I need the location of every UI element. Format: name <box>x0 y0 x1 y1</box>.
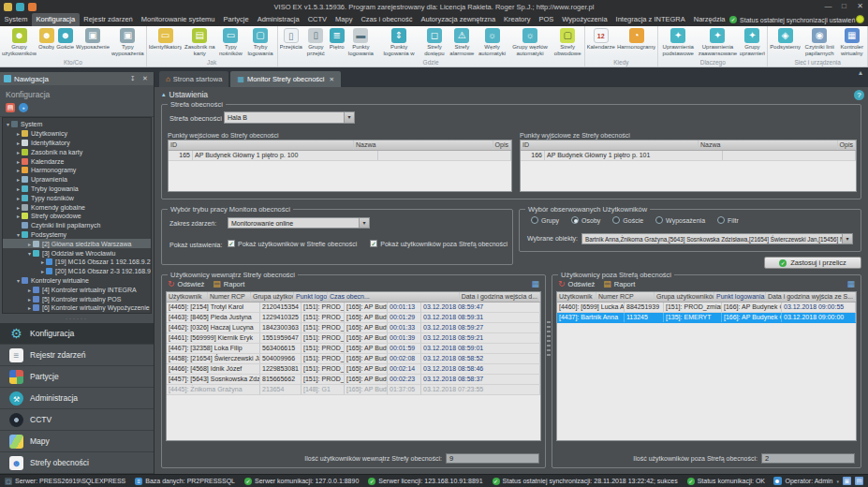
radio-icon[interactable] <box>571 216 579 224</box>
ribbon-button[interactable]: Kontroler wirtualny <box>838 27 867 57</box>
sidebar-nav-button[interactable]: Konfiguracja <box>0 323 154 345</box>
tree-item[interactable]: ▸ Strefy obwodowe <box>3 212 151 221</box>
menu-item[interactable]: Narzędzia <box>689 13 729 26</box>
column-header[interactable]: ID <box>169 140 354 150</box>
checkbox-icon[interactable] <box>228 240 235 247</box>
sidebar-nav-button[interactable]: Administracja <box>0 388 154 409</box>
ribbon-button[interactable]: Uprawnienia podstawowe <box>659 27 697 57</box>
column-header[interactable]: Grupa użytkowników <box>655 292 714 302</box>
column-header[interactable]: Punkt logowania <box>294 292 328 302</box>
column-header[interactable]: Numer RCP <box>208 292 251 302</box>
ribbon-button[interactable]: Uprawnienia zaawansowane <box>697 27 738 57</box>
column-header[interactable]: Punkt logowania <box>714 292 766 302</box>
menu-item[interactable]: Rejestr zdarzeń <box>80 13 138 26</box>
radio-option[interactable]: Wyposażenia <box>655 216 705 224</box>
table-row[interactable]: [4462]: [0326] Haczaj Lucyna 1842300363 … <box>167 323 540 333</box>
tree-item[interactable]: ▸ Komendy globalne <box>3 202 151 212</box>
column-chooser-icon[interactable] <box>531 280 539 288</box>
sidebar-nav-button[interactable]: CCTV <box>0 409 154 431</box>
document-tab[interactable]: Strona startowa <box>159 71 228 87</box>
selected-objects-field[interactable]: Bartnik Anna,Żnikoma Grażyna,[5643] Sosn… <box>581 233 853 244</box>
tree-item[interactable]: ▾ System <box>3 120 151 129</box>
event-range-select[interactable]: Monitorowanie online <box>228 217 370 229</box>
tree-item[interactable]: ▸ [5] Kontroler wirtualny POS <box>3 294 151 303</box>
column-header[interactable]: Użytkownik <box>557 292 596 302</box>
chevron-down-icon[interactable] <box>842 234 852 244</box>
document-tab[interactable]: Monitor Strefy obecności <box>230 71 341 87</box>
tree-item[interactable]: ▸ Typy nośników <box>3 193 151 202</box>
ribbon-button[interactable]: Podsystemy <box>769 27 802 52</box>
tree-expander-icon[interactable]: ▸ <box>26 287 33 293</box>
ribbon-button[interactable]: Kalendarze <box>586 27 616 52</box>
tree-expander-icon[interactable]: ▾ <box>15 231 22 238</box>
ribbon-button[interactable]: Osoby <box>37 27 55 52</box>
ribbon-button[interactable]: Czytniki linii papilarnych <box>802 27 838 57</box>
radio-icon[interactable] <box>612 216 620 224</box>
column-header[interactable]: Nazwa <box>699 140 838 150</box>
tree-expander-icon[interactable]: ▸ <box>26 241 33 247</box>
menu-item[interactable]: Monitorowanie systemu <box>137 13 219 26</box>
column-header[interactable]: Nazwa <box>354 140 493 150</box>
menu-item[interactable]: System <box>0 13 32 26</box>
menu-item[interactable]: Wypożyczenia <box>558 13 611 26</box>
minimize-icon[interactable] <box>820 0 836 13</box>
table-row[interactable]: 165 AP Budynek Główny 1 piętro p. 100 <box>169 151 511 161</box>
layout-icon[interactable] <box>855 477 863 485</box>
help-icon[interactable] <box>854 90 864 100</box>
collapse-section-icon[interactable] <box>162 91 166 98</box>
tree-item[interactable]: ▾ Kontrolery wirtualne <box>3 276 151 286</box>
table-row[interactable]: [4467]: [32358] Loka Filip 563406615 [15… <box>167 344 540 354</box>
report-button[interactable]: Raport <box>603 279 635 288</box>
ribbon-button[interactable]: Strefy dostępu <box>421 27 448 57</box>
tree-item[interactable]: ▸ [20] MC16 Obszar 2-3 192.168.9.24 <box>3 267 151 276</box>
tree-item[interactable]: ▸ Identyfikatory <box>3 139 151 148</box>
ribbon-button[interactable]: Strefy obwodowe <box>552 27 583 57</box>
tree-item[interactable]: ▸ [19] MC16 Obszar 1 192.168.9.23 <box>3 258 151 267</box>
dock-icon[interactable] <box>843 477 851 485</box>
radio-option[interactable]: Grupy <box>531 216 559 224</box>
table-row[interactable]: [4437]: Bartnik Anna 113245 [135]: EMERY… <box>557 313 856 323</box>
table-row[interactable]: [4445]: Żnikoma Grażyna 213654 [148]: G1… <box>167 385 540 395</box>
ribbon-button[interactable]: Grupy węzłów automatyki <box>508 27 552 57</box>
menu-item[interactable]: Autoryzacja zewnętrzna <box>417 13 500 26</box>
ribbon-button[interactable]: Punkty logowania <box>346 27 376 57</box>
column-header[interactable]: Data i godzina wejścia d... <box>460 292 540 302</box>
category-icon[interactable] <box>6 103 15 112</box>
tree-item[interactable]: ▸ Użytkownicy <box>3 129 151 139</box>
column-header[interactable]: Grupa użytkowni... <box>251 292 294 302</box>
apply-recalculate-button[interactable]: Zastosuj i przelicz <box>764 257 861 269</box>
menu-item[interactable]: Partycje <box>219 13 253 26</box>
tree-item[interactable]: ▸ [6] Kontroler wirtualny Wypożyczenie <box>3 303 151 313</box>
column-chooser-icon[interactable] <box>846 280 855 288</box>
menu-item[interactable]: Administracja <box>253 13 303 26</box>
tree-item[interactable]: ▾ Podsystemy <box>3 230 151 240</box>
sidebar-nav-button[interactable]: Partycje <box>0 366 154 388</box>
chevron-down-icon[interactable] <box>344 112 354 123</box>
ribbon-button[interactable]: Harmonogramy <box>616 27 656 52</box>
report-button[interactable]: Raport <box>213 279 244 288</box>
quick-user-icon[interactable] <box>4 3 12 11</box>
radio-option[interactable]: Filtr <box>717 216 739 224</box>
ribbon-button[interactable]: Zasobnik na karty <box>183 27 216 57</box>
close-window-icon[interactable] <box>852 0 868 13</box>
tree-expander-icon[interactable]: ▾ <box>26 250 33 257</box>
table-row[interactable]: [4458]: [21654] Świerczewski Jan 5040099… <box>167 354 540 364</box>
tree-item[interactable]: ▸ [2] Główna siedziba Warszawa <box>3 239 151 248</box>
menu-item[interactable]: CCTV <box>303 13 331 26</box>
table-row[interactable]: [4465]: [2154] Trotyl Karol 2120415354 [… <box>167 303 540 313</box>
close-tab-icon[interactable] <box>329 76 333 83</box>
ribbon-button[interactable]: Strefy alarmowe <box>448 27 477 57</box>
tree-expander-icon[interactable]: ▸ <box>15 176 22 183</box>
operator-area[interactable]: Operator: Admin <box>773 477 868 485</box>
table-row[interactable]: [4463]: [8465] Pieda Justyna 1229410325 … <box>167 313 540 323</box>
column-header[interactable]: Data i godzina wyjścia ze S... <box>766 292 856 302</box>
tree-item[interactable]: ▾ [3] Oddział we Wrocławiu <box>3 248 151 258</box>
column-header[interactable]: Opis <box>838 140 856 150</box>
ribbon-button[interactable]: Węzły automatyki <box>477 27 508 57</box>
tree-expander-icon[interactable]: ▸ <box>26 296 33 303</box>
table-row[interactable]: [4460]: [6599] Lucka Anna 884251939 [151… <box>557 303 856 313</box>
collapse-ribbon-icon[interactable] <box>859 68 862 77</box>
ribbon-button[interactable]: Wyposażenie <box>75 27 110 52</box>
zone-select[interactable]: Hala B <box>224 111 355 124</box>
quick-tools-icon[interactable] <box>28 3 37 11</box>
